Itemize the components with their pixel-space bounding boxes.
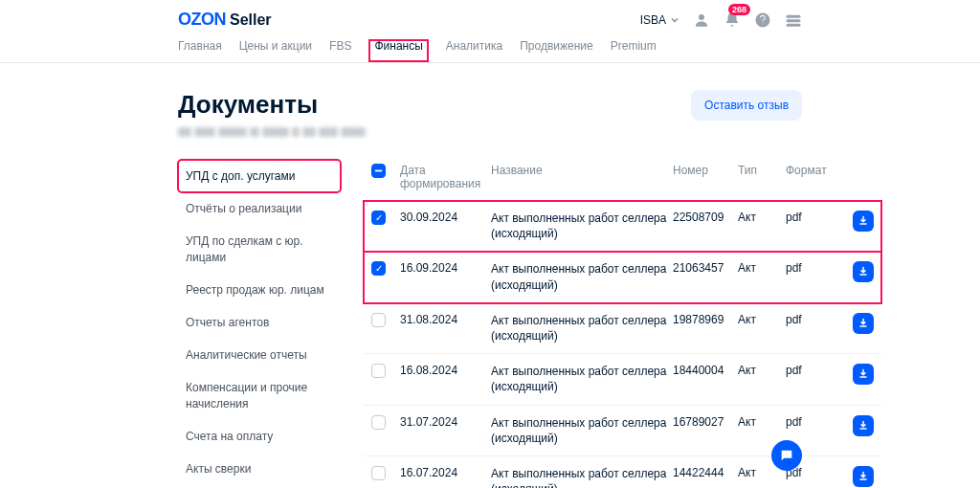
header: OZON Seller ISBA 268 xyxy=(0,0,980,30)
chat-fab[interactable] xyxy=(771,440,802,471)
row-checkbox[interactable]: ✓ xyxy=(371,211,386,225)
sidebar-item-7[interactable]: Счета на оплату xyxy=(178,420,341,453)
sidebar-item-1[interactable]: Отчёты о реализации xyxy=(178,192,341,225)
select-all-checkbox[interactable] xyxy=(371,164,386,178)
sidebar-item-5[interactable]: Аналитические отчеты xyxy=(178,339,341,371)
row-type: Акт xyxy=(738,211,786,224)
row-number: 19878969 xyxy=(673,313,738,326)
table-row: 16.07.2024Акт выполненных работ селлера … xyxy=(364,456,881,488)
leave-review-button[interactable]: Оставить отзыв xyxy=(691,90,802,121)
row-title: Акт выполненных работ селлера (исходящий… xyxy=(491,466,673,488)
page-subtitle-redacted xyxy=(178,127,366,137)
row-checkbox[interactable] xyxy=(371,313,386,327)
tab-1[interactable]: Цены и акции xyxy=(239,39,312,62)
tab-6[interactable]: Premium xyxy=(611,39,657,62)
svg-rect-3 xyxy=(787,23,801,26)
download-row-button[interactable] xyxy=(853,211,874,232)
row-format: pdf xyxy=(786,211,835,224)
user-menu[interactable]: ISBA xyxy=(640,13,679,27)
row-type: Акт xyxy=(738,261,786,275)
download-row-button[interactable] xyxy=(853,313,874,334)
row-type: Акт xyxy=(738,415,786,429)
tab-4[interactable]: Аналитика xyxy=(446,39,502,62)
row-checkbox[interactable] xyxy=(371,415,386,430)
download-icon xyxy=(858,215,869,227)
logo-brand: OZON xyxy=(178,10,226,30)
row-checkbox[interactable] xyxy=(371,466,386,480)
row-title: Акт выполненных работ селлера (исходящий… xyxy=(491,364,673,394)
row-number: 21063457 xyxy=(673,261,738,275)
svg-rect-2 xyxy=(787,19,801,22)
row-checkbox[interactable] xyxy=(371,364,386,378)
row-title: Акт выполненных работ селлера (исходящий… xyxy=(491,313,673,344)
tab-3[interactable]: Финансы xyxy=(368,39,428,62)
documents-table: Дата формирования Название Номер Тип Фор… xyxy=(364,160,881,488)
download-row-button[interactable] xyxy=(853,415,874,436)
row-number: 16789027 xyxy=(673,415,738,429)
row-format: pdf xyxy=(786,364,835,377)
notifications-icon[interactable]: 268 xyxy=(724,11,741,29)
svg-rect-1 xyxy=(787,14,801,17)
col-type[interactable]: Тип xyxy=(738,164,786,177)
col-date[interactable]: Дата формирования xyxy=(400,164,491,190)
profile-icon[interactable] xyxy=(693,11,710,29)
row-title: Акт выполненных работ селлера (исходящий… xyxy=(491,415,673,446)
row-date: 16.09.2024 xyxy=(400,261,491,275)
row-number: 14422444 xyxy=(673,466,738,479)
help-icon[interactable] xyxy=(754,11,771,29)
sidebar-item-0[interactable]: УПД с доп. услугами xyxy=(178,160,341,192)
logo-suffix: Seller xyxy=(230,11,272,29)
col-number[interactable]: Номер xyxy=(673,164,738,177)
col-format[interactable]: Формат xyxy=(786,164,835,177)
row-title: Акт выполненных работ селлера (исходящий… xyxy=(491,261,673,292)
row-format: pdf xyxy=(786,415,835,429)
row-date: 16.08.2024 xyxy=(400,364,491,377)
download-icon xyxy=(858,420,869,432)
svg-point-0 xyxy=(699,14,704,20)
col-title[interactable]: Название xyxy=(491,164,673,177)
row-date: 30.09.2024 xyxy=(400,211,491,224)
row-checkbox[interactable]: ✓ xyxy=(371,261,386,276)
logo[interactable]: OZON Seller xyxy=(178,10,272,30)
sidebar-item-3[interactable]: Реестр продаж юр. лицам xyxy=(178,274,341,306)
table-row: ✓16.09.2024Акт выполненных работ селлера… xyxy=(364,252,881,302)
row-type: Акт xyxy=(738,364,786,377)
download-row-button[interactable] xyxy=(853,466,874,487)
download-icon xyxy=(858,471,869,482)
tab-2[interactable]: FBS xyxy=(329,39,351,62)
chat-icon xyxy=(779,448,794,463)
chevron-down-icon xyxy=(670,15,679,25)
sidebar-item-6[interactable]: Компенсации и прочие начисления xyxy=(178,371,341,419)
download-row-button[interactable] xyxy=(853,261,874,282)
tab-5[interactable]: Продвижение xyxy=(520,39,593,62)
row-title: Акт выполненных работ селлера (исходящий… xyxy=(491,211,673,241)
table-header: Дата формирования Название Номер Тип Фор… xyxy=(364,160,881,201)
table-row: 16.08.2024Акт выполненных работ селлера … xyxy=(364,354,881,405)
row-format: pdf xyxy=(786,313,835,326)
download-row-button[interactable] xyxy=(853,364,874,385)
notification-badge: 268 xyxy=(728,4,750,15)
table-row: ✓30.09.2024Акт выполненных работ селлера… xyxy=(364,201,881,252)
row-format: pdf xyxy=(786,261,835,275)
page-title: Документы xyxy=(178,90,366,120)
table-row: 31.08.2024Акт выполненных работ селлера … xyxy=(364,303,881,354)
row-number: 18440004 xyxy=(673,364,738,377)
user-name: ISBA xyxy=(640,13,666,27)
apps-icon[interactable] xyxy=(785,11,802,29)
sidebar-item-2[interactable]: УПД по сделкам с юр. лицами xyxy=(178,225,341,273)
row-date: 16.07.2024 xyxy=(400,466,491,479)
table-row: 31.07.2024Акт выполненных работ селлера … xyxy=(364,406,881,456)
download-icon xyxy=(858,266,869,277)
row-type: Акт xyxy=(738,313,786,326)
main-nav: ГлавнаяЦены и акцииFBSФинансыАналитикаПр… xyxy=(0,30,980,63)
sidebar: УПД с доп. услугамиОтчёты о реализацииУП… xyxy=(178,160,341,488)
sidebar-item-8[interactable]: Акты сверки xyxy=(178,453,341,485)
row-number: 22508709 xyxy=(673,211,738,224)
row-date: 31.07.2024 xyxy=(400,415,491,429)
tab-0[interactable]: Главная xyxy=(178,39,222,62)
sidebar-item-4[interactable]: Отчеты агентов xyxy=(178,306,341,339)
download-icon xyxy=(858,368,869,380)
svg-rect-4 xyxy=(375,170,382,172)
download-icon xyxy=(858,318,869,329)
row-date: 31.08.2024 xyxy=(400,313,491,326)
